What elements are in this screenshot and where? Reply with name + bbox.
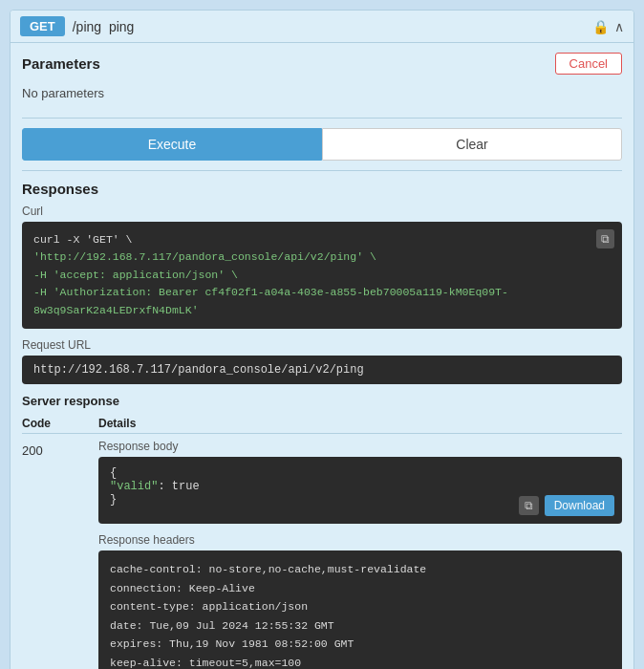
response-row: 200 Response body { "valid": true } ⧉ Do… [22,440,622,669]
parameters-title: Parameters [22,55,100,72]
main-container: GET /ping ping 🔒 ∧ Parameters Cancel No … [10,10,634,669]
divider-2 [22,170,622,171]
action-buttons: Execute Clear [22,128,622,161]
cancel-button[interactable]: Cancel [555,53,622,75]
header-left: GET /ping ping [20,16,134,36]
curl-line1: curl -X 'GET' \ [33,233,133,246]
no-params-text: No parameters [22,82,622,110]
curl-line2: 'http://192.168.7.117/pandora_console/ap… [33,250,376,263]
execute-button[interactable]: Execute [22,128,322,161]
header-line: keep-alive: timeout=5,max=100 [110,654,611,669]
response-body-line3: } [110,493,117,507]
response-headers-label: Response headers [98,533,622,547]
header-line: cache-control: no-store,no-cache,must-re… [110,560,611,579]
curl-line4: -H 'Authorization: Bearer cf4f02f1-a04a-… [33,286,508,315]
request-url-block: http://192.168.7.117/pandora_console/api… [22,356,622,384]
method-badge: GET [20,16,65,36]
header-path-slash: /ping [73,19,101,34]
curl-block: curl -X 'GET' \ 'http://192.168.7.117/pa… [22,222,622,329]
content-area: Parameters Cancel No parameters Execute … [11,43,633,669]
response-body-actions: ⧉ Download [519,495,614,516]
header-line: expires: Thu,19 Nov 1981 08:52:00 GMT [110,635,611,654]
code-col-header: Code [22,417,98,430]
responses-title: Responses [22,181,622,197]
response-body-block: { "valid": true } ⧉ Download [98,457,622,524]
header-right: 🔒 ∧ [592,19,624,34]
lock-icon: 🔒 [592,19,609,34]
response-headers-block: cache-control: no-store,no-cache,must-re… [98,550,622,669]
response-body-label: Response body [98,440,622,453]
curl-line3: -H 'accept: application/json' \ [33,269,238,281]
header-path: /ping ping [73,19,135,34]
request-url-value: http://192.168.7.117/pandora_console/api… [33,363,364,377]
response-code: 200 [22,440,98,458]
response-body-copy-button[interactable]: ⧉ [519,496,539,515]
header-line: content-type: application/json [110,597,611,616]
curl-copy-button[interactable]: ⧉ [596,229,614,248]
response-body-line1: { [110,466,117,480]
request-url-label: Request URL [22,338,622,352]
curl-label: Curl [22,205,622,218]
details-col-header: Details [98,417,622,430]
divider-1 [22,118,622,119]
parameters-section-header: Parameters Cancel [22,53,622,75]
header-bar: GET /ping ping 🔒 ∧ [11,11,633,43]
download-button[interactable]: Download [545,495,614,516]
chevron-icon[interactable]: ∧ [614,19,624,34]
response-body-container: Response body { "valid": true } ⧉ Downlo… [98,440,622,669]
server-response-label: Server response [22,394,622,408]
header-line: date: Tue,09 Jul 2024 12:55:32 GMT [110,616,611,636]
header-path-detail: ping [109,19,134,34]
response-body-line2-key: "valid": true [110,480,200,493]
clear-button[interactable]: Clear [322,128,622,161]
header-line: connection: Keep-Alive [110,579,611,598]
response-table-header: Code Details [22,414,622,434]
